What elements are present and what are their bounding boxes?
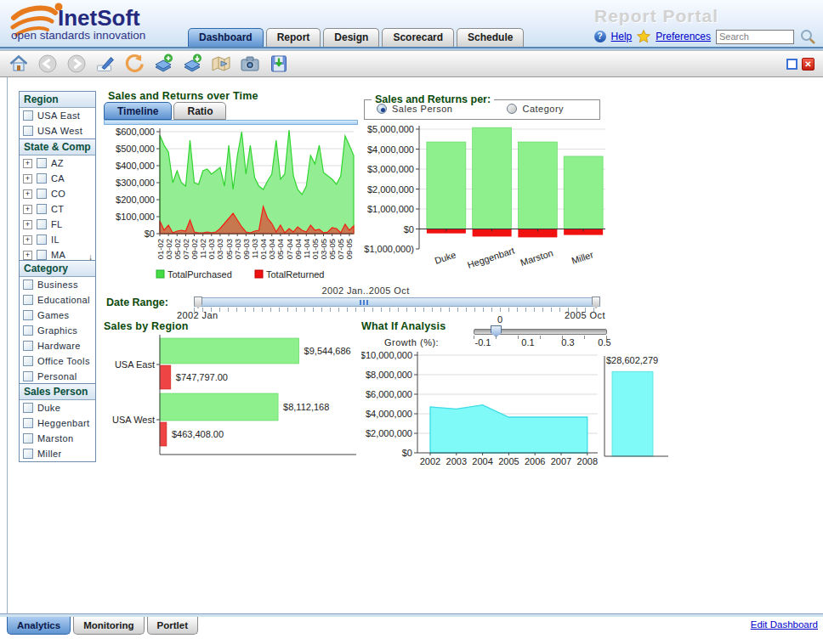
category-filter-educational[interactable]: Educational xyxy=(20,292,95,308)
state-filter-ct[interactable]: +CT xyxy=(20,201,95,217)
sales-by-region-chart[interactable]: $9,544,686$747,797.00USA East$8,112,168$… xyxy=(104,332,359,461)
checkbox[interactable] xyxy=(23,325,33,336)
salesperson-filter-miller[interactable]: Miller xyxy=(20,446,95,461)
save-icon[interactable] xyxy=(269,54,289,74)
radio-category[interactable] xyxy=(507,104,517,114)
checkbox[interactable] xyxy=(37,158,47,168)
salesperson-filter-marston[interactable]: Marston xyxy=(20,431,95,446)
checkbox[interactable] xyxy=(37,250,47,260)
window-controls: ✕ xyxy=(786,58,814,71)
checkbox[interactable] xyxy=(23,418,33,428)
checkbox[interactable] xyxy=(23,310,33,320)
category-filter-games[interactable]: Games xyxy=(20,308,95,323)
expand-icon[interactable]: + xyxy=(23,189,32,199)
category-filter-graphics[interactable]: Graphics xyxy=(20,323,95,338)
state-filter-il[interactable]: +IL xyxy=(20,232,95,247)
brand-tagline: open standards innovation xyxy=(11,29,145,42)
preferences-link[interactable]: Preferences xyxy=(656,31,711,42)
whatif-projection-chart[interactable]: $10,000,000$8,000,000$6,000,000$4,000,00… xyxy=(361,349,601,474)
checkbox[interactable] xyxy=(23,371,33,381)
checkbox[interactable] xyxy=(23,449,33,459)
home-icon[interactable] xyxy=(9,54,29,74)
salesperson-filter-heggenbart[interactable]: Heggenbart xyxy=(20,415,95,431)
tab-portlet[interactable]: Portlet xyxy=(147,617,198,635)
expand-icon[interactable]: + xyxy=(23,220,32,229)
search-icon[interactable] xyxy=(799,28,816,45)
state-filter-az[interactable]: +AZ xyxy=(20,155,95,171)
tab-dashboard[interactable]: Dashboard xyxy=(188,28,264,47)
state-filter-panel: State & Comp +AZ+CA+CO+CT+FL+IL+MA ↓ xyxy=(19,138,96,263)
category-filter-personal[interactable]: Personal xyxy=(20,369,95,384)
svg-text:$6,000,000: $6,000,000 xyxy=(366,389,412,399)
region-filter-usa-west[interactable]: USA West xyxy=(20,123,95,138)
back-icon[interactable] xyxy=(37,54,58,74)
send-icon[interactable] xyxy=(211,54,231,74)
tab-scorecard[interactable]: Scorecard xyxy=(382,28,454,47)
edit-dashboard-link[interactable]: Edit Dashboard xyxy=(751,619,818,630)
svg-text:2006: 2006 xyxy=(525,456,545,466)
refresh-icon[interactable] xyxy=(124,54,145,74)
tab-report[interactable]: Report xyxy=(266,28,321,47)
tab-schedule[interactable]: Schedule xyxy=(457,28,524,47)
tab-timeline[interactable]: Timeline xyxy=(104,102,172,120)
date-range-start-handle[interactable] xyxy=(194,297,202,308)
svg-text:USA West: USA West xyxy=(112,415,155,425)
filter-label: MA xyxy=(51,250,65,260)
expand-icon[interactable]: + xyxy=(23,174,32,184)
sales-returns-timeline-chart[interactable]: $600,000$500,000$400,000$300,000$200,000… xyxy=(104,125,358,285)
checkbox[interactable] xyxy=(37,189,47,199)
expand-icon[interactable]: + xyxy=(23,205,32,214)
svg-text:$10,000,000: $10,000,000 xyxy=(361,350,412,360)
radio-sales-person[interactable] xyxy=(377,104,387,114)
checkbox[interactable] xyxy=(23,403,33,413)
svg-text:$2,000,000: $2,000,000 xyxy=(366,428,412,438)
brand-name: InetSoft xyxy=(58,5,140,31)
checkbox[interactable] xyxy=(37,204,47,214)
date-range-slider[interactable] xyxy=(194,297,600,307)
state-filter-fl[interactable]: +FL xyxy=(20,217,95,232)
maximize-icon[interactable] xyxy=(786,59,797,70)
preferences-star-icon[interactable] xyxy=(637,30,650,43)
save-bookmark-icon[interactable] xyxy=(182,54,202,74)
help-icon[interactable]: ? xyxy=(594,31,606,42)
checkbox[interactable] xyxy=(23,110,33,121)
snapshot-icon[interactable] xyxy=(240,54,260,74)
tab-monitoring[interactable]: Monitoring xyxy=(73,617,144,635)
category-filter-hardware[interactable]: Hardware xyxy=(20,338,95,353)
date-range-grip[interactable] xyxy=(360,300,370,305)
checkbox[interactable] xyxy=(37,219,47,229)
tab-ratio[interactable]: Ratio xyxy=(173,102,226,120)
expand-icon[interactable]: + xyxy=(23,251,32,260)
tab-design[interactable]: Design xyxy=(323,28,379,47)
region-filter-usa-east[interactable]: USA East xyxy=(20,108,95,123)
state-filter-co[interactable]: +CO xyxy=(20,186,95,201)
category-filter-business[interactable]: Business xyxy=(20,277,95,292)
close-icon[interactable]: ✕ xyxy=(802,58,814,71)
checkbox[interactable] xyxy=(23,356,33,366)
expand-icon[interactable]: + xyxy=(23,159,32,168)
checkbox[interactable] xyxy=(37,173,47,184)
checkbox[interactable] xyxy=(23,433,33,443)
checkbox[interactable] xyxy=(23,295,33,305)
help-link[interactable]: Help xyxy=(611,31,633,42)
whatif-total-bar-chart[interactable]: $28,602,279 xyxy=(600,349,678,474)
salesperson-filter-duke[interactable]: Duke xyxy=(20,400,95,415)
date-range-end-handle[interactable] xyxy=(592,297,600,308)
filter-label: Office Tools xyxy=(37,356,90,366)
checkbox[interactable] xyxy=(23,341,33,351)
checkbox[interactable] xyxy=(23,280,33,290)
svg-text:TotalReturned: TotalReturned xyxy=(266,269,325,280)
expand-icon[interactable]: + xyxy=(23,235,32,245)
panel-header-region: Region xyxy=(20,92,95,108)
category-filter-office-tools[interactable]: Office Tools xyxy=(20,353,95,369)
checkbox[interactable] xyxy=(37,234,47,245)
annotate-icon[interactable] xyxy=(95,54,116,74)
state-filter-ca[interactable]: +CA xyxy=(20,171,95,186)
checkbox[interactable] xyxy=(23,126,33,136)
search-input[interactable] xyxy=(716,30,794,44)
sales-returns-per-person-chart[interactable]: $5,000,000$4,000,000$3,000,000$2,000,000… xyxy=(364,121,610,272)
forward-icon[interactable] xyxy=(66,54,87,74)
panel-header-category: Category xyxy=(20,261,95,277)
tab-analytics[interactable]: Analytics xyxy=(7,617,71,635)
add-bookmark-icon[interactable] xyxy=(153,54,173,74)
